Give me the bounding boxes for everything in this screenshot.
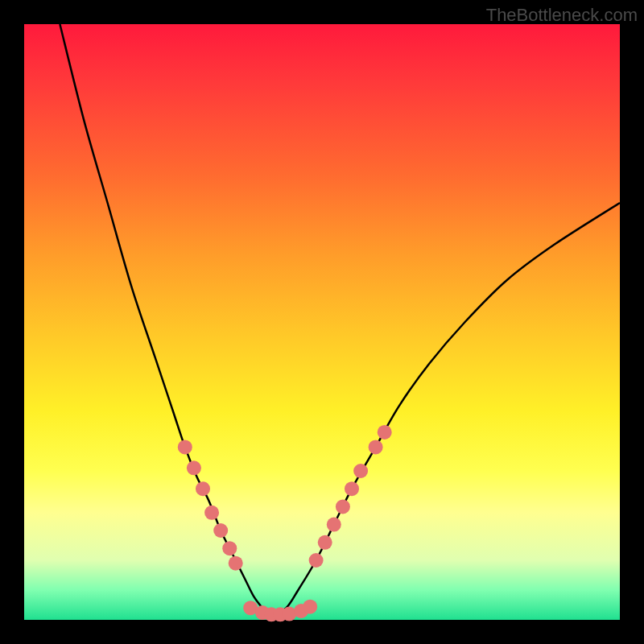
data-marker — [222, 541, 237, 555]
data-marker — [378, 425, 392, 440]
data-marker — [213, 523, 228, 538]
data-marker — [318, 535, 332, 550]
data-markers — [178, 425, 392, 621]
data-marker — [196, 481, 210, 496]
data-marker — [369, 440, 383, 454]
data-marker — [345, 481, 359, 496]
data-marker — [178, 440, 192, 454]
chart-svg — [24, 24, 620, 620]
data-marker — [353, 464, 368, 478]
data-marker — [187, 460, 201, 475]
chart-frame: TheBottleneck.com — [0, 0, 644, 644]
data-marker — [309, 553, 324, 568]
curve-right — [271, 203, 620, 617]
data-marker — [336, 499, 350, 514]
watermark-text: TheBottleneck.com — [486, 5, 638, 26]
plot-area — [24, 24, 620, 620]
data-marker — [327, 518, 341, 532]
data-marker — [303, 600, 317, 614]
data-marker — [204, 506, 219, 520]
curve-left — [60, 24, 271, 617]
data-marker — [229, 556, 243, 571]
